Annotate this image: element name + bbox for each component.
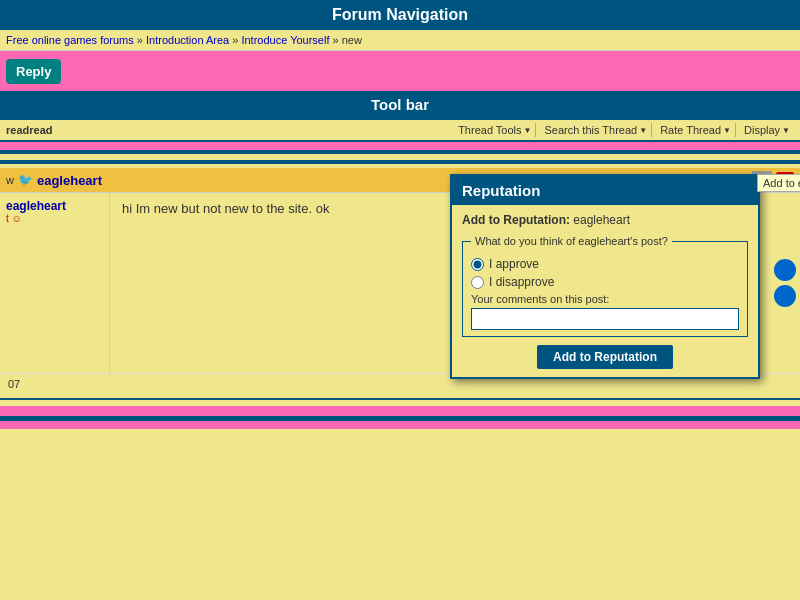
rep-add-to-label: Add to Reputation:: [462, 213, 570, 227]
breadcrumb-area-link[interactable]: Introduction Area: [146, 34, 229, 46]
side-btn-1[interactable]: [774, 259, 796, 281]
rep-disapprove-label: I disapprove: [489, 275, 554, 289]
thread-tools-arrow: ▼: [524, 126, 532, 135]
forum-title-text: Forum Navigation: [332, 6, 468, 23]
user-sidebar: eagleheart t ☺: [0, 193, 110, 373]
forum-title: Forum Navigation: [0, 0, 800, 30]
rep-disapprove-radio[interactable]: [471, 276, 484, 289]
thread-tools-right: Thread Tools ▼ Search this Thread ▼ Rate…: [454, 123, 794, 137]
rep-submit-row: Add to Reputation: [462, 345, 748, 369]
pink-divider-1: [0, 142, 800, 150]
rep-approve-row: I approve: [471, 257, 739, 271]
rep-body: Add to Reputation: eagleheart What do yo…: [452, 205, 758, 377]
bottom-yellow-1: [0, 398, 800, 406]
search-thread-link[interactable]: Search this Thread ▼: [540, 123, 652, 137]
display-link[interactable]: Display ▼: [740, 123, 794, 137]
rep-fieldset: What do you think of eagleheart's post? …: [462, 235, 748, 337]
rep-submit-button[interactable]: Add to Reputation: [537, 345, 673, 369]
reply-banner: Reply: [0, 51, 800, 91]
rep-approve-radio[interactable]: [471, 258, 484, 271]
toolbar-title: Tool bar: [0, 91, 800, 118]
rep-title-bar: Reputation: [452, 176, 758, 205]
post-area: w 🐦 eagleheart #2 📋 eagleheart t ☺ hi Im…: [0, 164, 800, 398]
user-icon: 🐦: [18, 173, 33, 187]
breadcrumb: Free online games forums » Introduction …: [0, 30, 800, 51]
bottom-pink-2: [0, 421, 800, 429]
breadcrumb-subforum-link[interactable]: Introduce Yourself: [241, 34, 329, 46]
thread-tools-link[interactable]: Thread Tools ▼: [454, 123, 536, 137]
reply-button[interactable]: Reply: [6, 59, 61, 84]
tooltip-text: Add to ea: [763, 177, 800, 189]
post-side-buttons: [770, 193, 800, 373]
side-btn-2[interactable]: [774, 285, 796, 307]
reputation-modal: Reputation Add to Reputation: eagleheart…: [450, 174, 760, 379]
add-to-tooltip: Add to ea: [757, 174, 800, 192]
rate-thread-link[interactable]: Rate Thread ▼: [656, 123, 736, 137]
bottom-pink-1: [0, 406, 800, 416]
breadcrumb-current: new: [342, 34, 362, 46]
search-thread-arrow: ▼: [639, 126, 647, 135]
rate-thread-arrow: ▼: [723, 126, 731, 135]
display-arrow: ▼: [782, 126, 790, 135]
rep-comment-input[interactable]: [471, 308, 739, 330]
post-username-header: eagleheart: [37, 173, 102, 188]
rep-add-to-user: eagleheart: [573, 213, 630, 227]
rep-comment-label: Your comments on this post:: [471, 293, 739, 305]
rep-fieldset-legend: What do you think of eagleheart's post?: [471, 235, 672, 247]
thread-tools-bar: readread Thread Tools ▼ Search this Thre…: [0, 118, 800, 142]
rep-add-to-line: Add to Reputation: eagleheart: [462, 213, 748, 227]
breadcrumb-site-link[interactable]: Free online games forums: [6, 34, 134, 46]
thread-label: readread: [6, 124, 454, 136]
user-status: t ☺: [6, 213, 103, 224]
post-date-text: 07: [8, 378, 20, 390]
rep-title: Reputation: [462, 182, 540, 199]
sidebar-username: eagleheart: [6, 199, 103, 213]
post-content: hi Im new but not new to the site. ok: [122, 201, 329, 216]
rep-disapprove-row: I disapprove: [471, 275, 739, 289]
post-w-label: w: [6, 174, 14, 186]
rep-approve-label: I approve: [489, 257, 539, 271]
